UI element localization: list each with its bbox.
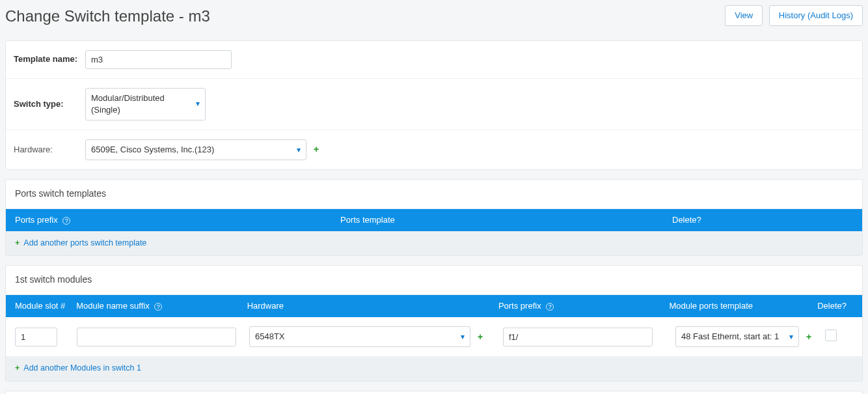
page-title: Change Switch template - m3 bbox=[5, 5, 210, 27]
chevron-down-icon: ▾ bbox=[297, 145, 301, 156]
module-template-header: Module ports template bbox=[669, 301, 753, 311]
view-button[interactable]: View bbox=[725, 5, 763, 26]
asset-section-title: Asset in switches bbox=[6, 391, 862, 394]
add-ports-template-row: +Add another ports switch template bbox=[6, 231, 862, 256]
module-template-value: 48 Fast Ethernt, start at: 1 bbox=[681, 331, 779, 343]
modules-section-title: 1st switch modules bbox=[6, 266, 862, 295]
module-hardware-header: Hardware bbox=[247, 301, 284, 311]
module-suffix-input[interactable] bbox=[77, 328, 236, 346]
modules-table-header: Module slot # Module name suffix ? Hardw… bbox=[6, 295, 862, 317]
template-name-label: Template name: bbox=[14, 53, 85, 65]
history-button[interactable]: History (Audit Logs) bbox=[769, 5, 863, 26]
add-ports-template-link[interactable]: Add another ports switch template bbox=[23, 238, 146, 247]
add-module-template-icon[interactable] bbox=[804, 332, 813, 341]
help-icon[interactable]: ? bbox=[546, 303, 554, 311]
module-prefix-header: Ports prefix bbox=[498, 301, 541, 311]
switch-type-label: Switch type: bbox=[14, 98, 85, 110]
ports-table-header: Ports prefix ? Ports template Delete? bbox=[6, 209, 862, 231]
module-delete-header: Delete? bbox=[817, 301, 847, 311]
hardware-select[interactable]: 6509E, Cisco Systems, Inc.(123) ▾ bbox=[85, 139, 306, 160]
asset-switches-panel: Asset in switches Asset template Connect… bbox=[5, 391, 863, 394]
module-slot-header: Module slot # bbox=[15, 301, 65, 311]
ports-template-header: Ports template bbox=[340, 215, 395, 225]
ports-prefix-header: Ports prefix bbox=[15, 215, 58, 225]
add-modules-row: +Add another Modules in switch 1 bbox=[6, 356, 862, 381]
plus-icon: + bbox=[15, 363, 20, 373]
hardware-label: Hardware: bbox=[14, 144, 85, 156]
module-hardware-select[interactable]: 6548TX ▾ bbox=[249, 326, 470, 347]
chevron-down-icon: ▾ bbox=[461, 331, 465, 343]
chevron-down-icon: ▾ bbox=[789, 331, 793, 343]
hardware-value: 6509E, Cisco Systems, Inc.(123) bbox=[91, 144, 214, 156]
ports-section-title: Ports switch templates bbox=[6, 180, 862, 209]
add-hardware-icon[interactable] bbox=[312, 145, 321, 154]
module-row: 6548TX ▾ 48 Fast Ethernt, start at: 1 ▾ bbox=[6, 317, 862, 356]
ports-templates-panel: Ports switch templates Ports prefix ? Po… bbox=[5, 179, 863, 256]
main-form-panel: Template name: Switch type: Modular/Dist… bbox=[5, 40, 863, 171]
module-prefix-input[interactable] bbox=[503, 328, 653, 346]
module-hardware-value: 6548TX bbox=[255, 331, 285, 343]
template-name-input[interactable] bbox=[85, 50, 232, 69]
add-modules-link[interactable]: Add another Modules in switch 1 bbox=[23, 363, 141, 373]
module-template-select[interactable]: 48 Fast Ethernt, start at: 1 ▾ bbox=[675, 326, 799, 347]
switch-modules-panel: 1st switch modules Module slot # Module … bbox=[5, 265, 863, 381]
switch-type-select[interactable]: Modular/Distributed (Single) ▾ bbox=[85, 88, 206, 120]
module-slot-input[interactable] bbox=[15, 328, 57, 346]
chevron-down-icon: ▾ bbox=[196, 98, 200, 109]
help-icon[interactable]: ? bbox=[154, 303, 162, 311]
module-suffix-header: Module name suffix bbox=[76, 301, 150, 311]
help-icon[interactable]: ? bbox=[62, 217, 70, 225]
switch-type-value: Modular/Distributed (Single) bbox=[91, 92, 189, 116]
add-module-hardware-icon[interactable] bbox=[476, 332, 485, 341]
module-delete-checkbox[interactable] bbox=[825, 330, 837, 341]
ports-delete-header: Delete? bbox=[672, 215, 701, 225]
plus-icon: + bbox=[15, 238, 20, 247]
